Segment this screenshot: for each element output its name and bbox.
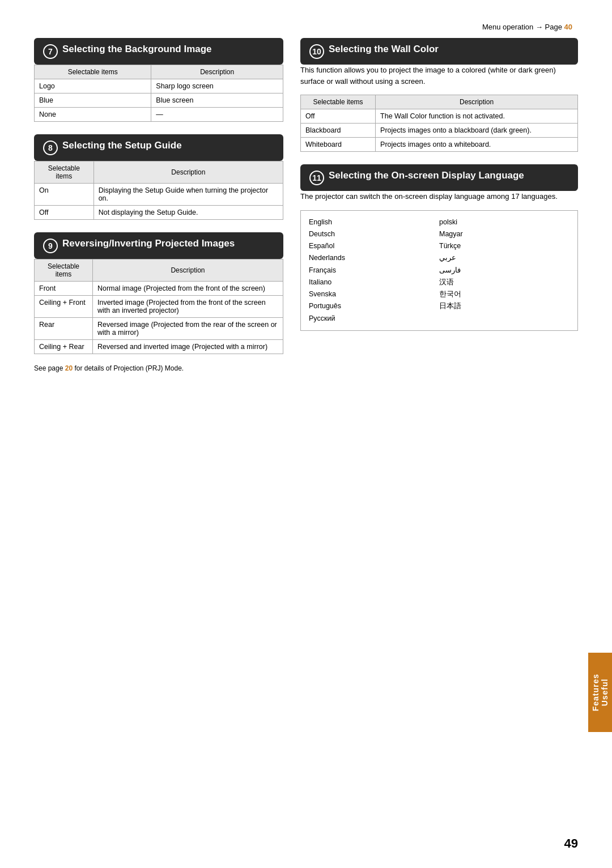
side-tab-line1: Useful bbox=[600, 679, 609, 707]
section-9-number: 9 bbox=[43, 239, 58, 253]
language-item: Türkçe bbox=[439, 240, 570, 252]
table-cell-item: Blackboard bbox=[301, 124, 376, 138]
language-item: عربي bbox=[439, 252, 570, 264]
s8-col1-header: Selectable items bbox=[35, 161, 94, 184]
s10-col1-header: Selectable items bbox=[301, 95, 376, 109]
side-tab-line2: Features bbox=[591, 674, 600, 711]
s7-col2-header: Description bbox=[151, 65, 283, 79]
menu-ref: Menu operation → Page 40 bbox=[34, 23, 578, 31]
table-cell-item: Whiteboard bbox=[301, 138, 376, 152]
section-7-block: 7 Selecting the Background Image Selecta… bbox=[34, 38, 283, 122]
table-cell-desc: Projects images onto a whiteboard. bbox=[376, 138, 578, 152]
language-item: Svenska bbox=[309, 288, 439, 300]
language-table: EnglishDeutschEspañolNederlandsFrançaisI… bbox=[300, 210, 578, 331]
section-11-body: The projector can switch the on-screen d… bbox=[300, 191, 578, 202]
section-11-number: 11 bbox=[309, 171, 324, 185]
language-item: Español bbox=[309, 240, 439, 252]
s9-col1-header: Selectable items bbox=[35, 259, 93, 282]
footer-prefix: See page bbox=[34, 364, 63, 372]
table-cell-item: Ceiling + Front bbox=[35, 296, 93, 318]
s9-col2-header: Description bbox=[92, 259, 283, 282]
section-10-heading: 10 Selecting the Wall Color bbox=[300, 38, 578, 65]
lang-col-2: polskiMagyarTürkçeعربيفارسی汉语한국어日本語 bbox=[439, 216, 570, 325]
table-cell-desc: Blue screen bbox=[151, 93, 283, 108]
section-8-title: Selecting the Setup Guide bbox=[62, 140, 182, 151]
right-column: 10 Selecting the Wall Color This functio… bbox=[300, 38, 578, 385]
section-9-title: Reversing/Inverting Projected Images bbox=[62, 238, 235, 249]
language-item: English bbox=[309, 216, 439, 228]
table-cell-desc: Reversed and inverted image (Projected w… bbox=[92, 340, 283, 354]
section-10-body: This function allows you to project the … bbox=[300, 65, 578, 87]
section-10-title: Selecting the Wall Color bbox=[329, 44, 439, 55]
language-item: 日本語 bbox=[439, 300, 570, 312]
language-item: Deutsch bbox=[309, 228, 439, 240]
section-10-block: 10 Selecting the Wall Color This functio… bbox=[300, 38, 578, 152]
two-col-layout: 7 Selecting the Background Image Selecta… bbox=[34, 38, 578, 385]
table-cell-desc: Inverted image (Projected from the front… bbox=[92, 296, 283, 318]
language-item: 汉语 bbox=[439, 276, 570, 288]
section-8-heading: 8 Selecting the Setup Guide bbox=[34, 134, 283, 161]
table-cell-desc: Displaying the Setup Guide when turning … bbox=[94, 184, 283, 206]
section-8-table: Selectable items Description OnDisplayin… bbox=[34, 161, 283, 220]
s10-col2-header: Description bbox=[376, 95, 578, 109]
footer-rest: for details of Projection (PRJ) Mode. bbox=[74, 364, 184, 372]
section-8-block: 8 Selecting the Setup Guide Selectable i… bbox=[34, 134, 283, 220]
language-item: Magyar bbox=[439, 228, 570, 240]
table-cell-item: Logo bbox=[35, 79, 151, 93]
language-item: Português bbox=[309, 300, 439, 312]
language-item: 한국어 bbox=[439, 288, 570, 300]
table-cell-desc: Projects images onto a blackboard (dark … bbox=[376, 124, 578, 138]
section-9-block: 9 Reversing/Inverting Projected Images S… bbox=[34, 232, 283, 372]
footer-page: 20 bbox=[65, 364, 73, 372]
s7-col1-header: Selectable items bbox=[35, 65, 151, 79]
section-9-footer: See page 20 for details of Projection (P… bbox=[34, 364, 283, 372]
language-item: Nederlands bbox=[309, 252, 439, 264]
table-cell-desc: The Wall Color function is not activated… bbox=[376, 109, 578, 124]
menu-ref-label: Menu operation → Page bbox=[482, 23, 562, 31]
table-cell-item: Off bbox=[301, 109, 376, 124]
section-10-number: 10 bbox=[309, 44, 324, 59]
table-cell-item: Off bbox=[35, 206, 94, 220]
table-cell-item: Front bbox=[35, 282, 93, 296]
side-tab-text: Useful Features bbox=[591, 674, 609, 711]
section-8-number: 8 bbox=[43, 141, 58, 155]
table-cell-desc: Sharp logo screen bbox=[151, 79, 283, 93]
section-7-table: Selectable items Description LogoSharp l… bbox=[34, 65, 283, 122]
section-7-number: 7 bbox=[43, 44, 58, 59]
table-cell-desc: Normal image (Projected from the front o… bbox=[92, 282, 283, 296]
table-cell-item: On bbox=[35, 184, 94, 206]
language-item: Русский bbox=[309, 313, 439, 325]
section-10-table: Selectable items Description OffThe Wall… bbox=[300, 95, 578, 152]
table-cell-desc: Reversed image (Projected from the rear … bbox=[92, 318, 283, 340]
language-item: Italiano bbox=[309, 276, 439, 288]
section-11-block: 11 Selecting the On-screen Display Langu… bbox=[300, 164, 578, 331]
table-cell-item: None bbox=[35, 108, 151, 122]
language-item: Français bbox=[309, 265, 439, 276]
section-11-title: Selecting the On-screen Display Language bbox=[329, 170, 524, 181]
section-7-heading: 7 Selecting the Background Image bbox=[34, 38, 283, 65]
page-number: 49 bbox=[564, 836, 578, 851]
menu-ref-page: 40 bbox=[564, 23, 572, 31]
table-cell-item: Blue bbox=[35, 93, 151, 108]
lang-col-1: EnglishDeutschEspañolNederlandsFrançaisI… bbox=[309, 216, 439, 325]
section-11-heading: 11 Selecting the On-screen Display Langu… bbox=[300, 164, 578, 191]
left-column: 7 Selecting the Background Image Selecta… bbox=[34, 38, 283, 385]
section-9-table: Selectable items Description FrontNormal… bbox=[34, 259, 283, 354]
language-item: polski bbox=[439, 216, 570, 228]
section-9-heading: 9 Reversing/Inverting Projected Images bbox=[34, 232, 283, 259]
page-container: Menu operation → Page 40 7 Selecting the… bbox=[0, 0, 612, 868]
table-cell-item: Ceiling + Rear bbox=[35, 340, 93, 354]
table-cell-item: Rear bbox=[35, 318, 93, 340]
table-cell-desc: Not displaying the Setup Guide. bbox=[94, 206, 283, 220]
language-item: فارسی bbox=[439, 265, 570, 276]
table-cell-desc: — bbox=[151, 108, 283, 122]
s8-col2-header: Description bbox=[94, 161, 283, 184]
section-7-title: Selecting the Background Image bbox=[62, 44, 212, 55]
side-tab: Useful Features bbox=[588, 653, 612, 732]
